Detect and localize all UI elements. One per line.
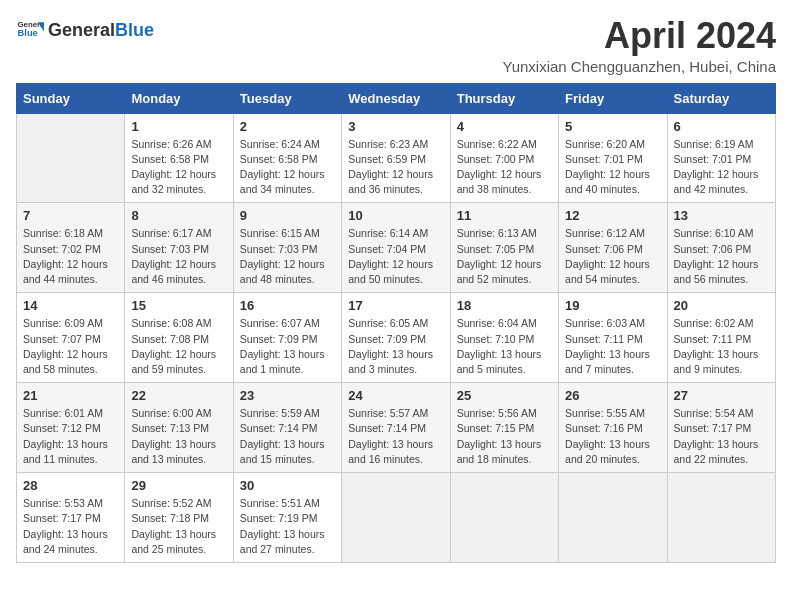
logo-general: General: [48, 20, 115, 41]
day-info: Sunrise: 6:26 AM Sunset: 6:58 PM Dayligh…: [131, 137, 226, 198]
title-area: April 2024 Yunxixian Chengguanzhen, Hube…: [502, 16, 776, 75]
calendar-cell: 29Sunrise: 5:52 AM Sunset: 7:18 PM Dayli…: [125, 473, 233, 563]
calendar-week-row: 14Sunrise: 6:09 AM Sunset: 7:07 PM Dayli…: [17, 293, 776, 383]
calendar-cell: 30Sunrise: 5:51 AM Sunset: 7:19 PM Dayli…: [233, 473, 341, 563]
day-number: 30: [240, 478, 335, 493]
day-number: 14: [23, 298, 118, 313]
day-info: Sunrise: 6:18 AM Sunset: 7:02 PM Dayligh…: [23, 226, 118, 287]
calendar-cell: [667, 473, 775, 563]
calendar-cell: 25Sunrise: 5:56 AM Sunset: 7:15 PM Dayli…: [450, 383, 558, 473]
calendar-cell: [450, 473, 558, 563]
day-info: Sunrise: 6:09 AM Sunset: 7:07 PM Dayligh…: [23, 316, 118, 377]
page-subtitle: Yunxixian Chengguanzhen, Hubei, China: [502, 58, 776, 75]
calendar-cell: 27Sunrise: 5:54 AM Sunset: 7:17 PM Dayli…: [667, 383, 775, 473]
calendar-week-row: 7Sunrise: 6:18 AM Sunset: 7:02 PM Daylig…: [17, 203, 776, 293]
day-number: 24: [348, 388, 443, 403]
calendar-week-row: 21Sunrise: 6:01 AM Sunset: 7:12 PM Dayli…: [17, 383, 776, 473]
day-number: 21: [23, 388, 118, 403]
day-info: Sunrise: 6:01 AM Sunset: 7:12 PM Dayligh…: [23, 406, 118, 467]
calendar-cell: 16Sunrise: 6:07 AM Sunset: 7:09 PM Dayli…: [233, 293, 341, 383]
day-info: Sunrise: 6:20 AM Sunset: 7:01 PM Dayligh…: [565, 137, 660, 198]
day-number: 13: [674, 208, 769, 223]
day-info: Sunrise: 5:55 AM Sunset: 7:16 PM Dayligh…: [565, 406, 660, 467]
day-number: 15: [131, 298, 226, 313]
logo-icon: General Blue: [16, 16, 44, 44]
day-info: Sunrise: 5:57 AM Sunset: 7:14 PM Dayligh…: [348, 406, 443, 467]
day-number: 28: [23, 478, 118, 493]
calendar-cell: 17Sunrise: 6:05 AM Sunset: 7:09 PM Dayli…: [342, 293, 450, 383]
calendar-cell: 15Sunrise: 6:08 AM Sunset: 7:08 PM Dayli…: [125, 293, 233, 383]
day-number: 11: [457, 208, 552, 223]
calendar-cell: 6Sunrise: 6:19 AM Sunset: 7:01 PM Daylig…: [667, 113, 775, 203]
column-header-friday: Friday: [559, 83, 667, 113]
calendar-cell: 10Sunrise: 6:14 AM Sunset: 7:04 PM Dayli…: [342, 203, 450, 293]
logo-blue: Blue: [115, 20, 154, 41]
day-info: Sunrise: 5:52 AM Sunset: 7:18 PM Dayligh…: [131, 496, 226, 557]
day-info: Sunrise: 5:51 AM Sunset: 7:19 PM Dayligh…: [240, 496, 335, 557]
day-info: Sunrise: 6:13 AM Sunset: 7:05 PM Dayligh…: [457, 226, 552, 287]
day-number: 29: [131, 478, 226, 493]
day-number: 7: [23, 208, 118, 223]
day-info: Sunrise: 6:14 AM Sunset: 7:04 PM Dayligh…: [348, 226, 443, 287]
day-info: Sunrise: 6:19 AM Sunset: 7:01 PM Dayligh…: [674, 137, 769, 198]
calendar-cell: 23Sunrise: 5:59 AM Sunset: 7:14 PM Dayli…: [233, 383, 341, 473]
day-number: 5: [565, 119, 660, 134]
calendar-cell: 1Sunrise: 6:26 AM Sunset: 6:58 PM Daylig…: [125, 113, 233, 203]
calendar-cell: 26Sunrise: 5:55 AM Sunset: 7:16 PM Dayli…: [559, 383, 667, 473]
day-info: Sunrise: 6:23 AM Sunset: 6:59 PM Dayligh…: [348, 137, 443, 198]
calendar-cell: 24Sunrise: 5:57 AM Sunset: 7:14 PM Dayli…: [342, 383, 450, 473]
day-number: 20: [674, 298, 769, 313]
calendar-cell: 28Sunrise: 5:53 AM Sunset: 7:17 PM Dayli…: [17, 473, 125, 563]
calendar-cell: 22Sunrise: 6:00 AM Sunset: 7:13 PM Dayli…: [125, 383, 233, 473]
calendar-cell: 19Sunrise: 6:03 AM Sunset: 7:11 PM Dayli…: [559, 293, 667, 383]
calendar-cell: 13Sunrise: 6:10 AM Sunset: 7:06 PM Dayli…: [667, 203, 775, 293]
column-header-sunday: Sunday: [17, 83, 125, 113]
column-header-wednesday: Wednesday: [342, 83, 450, 113]
day-number: 6: [674, 119, 769, 134]
svg-text:Blue: Blue: [18, 28, 38, 38]
day-info: Sunrise: 6:00 AM Sunset: 7:13 PM Dayligh…: [131, 406, 226, 467]
calendar-cell: 8Sunrise: 6:17 AM Sunset: 7:03 PM Daylig…: [125, 203, 233, 293]
calendar-cell: 12Sunrise: 6:12 AM Sunset: 7:06 PM Dayli…: [559, 203, 667, 293]
day-number: 9: [240, 208, 335, 223]
day-info: Sunrise: 5:53 AM Sunset: 7:17 PM Dayligh…: [23, 496, 118, 557]
day-number: 8: [131, 208, 226, 223]
day-info: Sunrise: 5:56 AM Sunset: 7:15 PM Dayligh…: [457, 406, 552, 467]
column-header-thursday: Thursday: [450, 83, 558, 113]
calendar-cell: 4Sunrise: 6:22 AM Sunset: 7:00 PM Daylig…: [450, 113, 558, 203]
day-number: 26: [565, 388, 660, 403]
calendar-header-row: SundayMondayTuesdayWednesdayThursdayFrid…: [17, 83, 776, 113]
calendar-cell: 3Sunrise: 6:23 AM Sunset: 6:59 PM Daylig…: [342, 113, 450, 203]
day-number: 10: [348, 208, 443, 223]
logo: General Blue General Blue: [16, 16, 154, 44]
calendar-cell: [342, 473, 450, 563]
day-info: Sunrise: 6:24 AM Sunset: 6:58 PM Dayligh…: [240, 137, 335, 198]
day-info: Sunrise: 6:02 AM Sunset: 7:11 PM Dayligh…: [674, 316, 769, 377]
calendar-cell: 20Sunrise: 6:02 AM Sunset: 7:11 PM Dayli…: [667, 293, 775, 383]
day-info: Sunrise: 6:22 AM Sunset: 7:00 PM Dayligh…: [457, 137, 552, 198]
calendar-cell: [17, 113, 125, 203]
day-number: 19: [565, 298, 660, 313]
day-number: 2: [240, 119, 335, 134]
day-info: Sunrise: 6:15 AM Sunset: 7:03 PM Dayligh…: [240, 226, 335, 287]
page-title: April 2024: [502, 16, 776, 56]
day-info: Sunrise: 6:05 AM Sunset: 7:09 PM Dayligh…: [348, 316, 443, 377]
day-number: 27: [674, 388, 769, 403]
column-header-tuesday: Tuesday: [233, 83, 341, 113]
day-info: Sunrise: 6:12 AM Sunset: 7:06 PM Dayligh…: [565, 226, 660, 287]
day-number: 16: [240, 298, 335, 313]
calendar-cell: 14Sunrise: 6:09 AM Sunset: 7:07 PM Dayli…: [17, 293, 125, 383]
day-number: 12: [565, 208, 660, 223]
calendar-cell: [559, 473, 667, 563]
column-header-saturday: Saturday: [667, 83, 775, 113]
calendar-week-row: 28Sunrise: 5:53 AM Sunset: 7:17 PM Dayli…: [17, 473, 776, 563]
calendar-week-row: 1Sunrise: 6:26 AM Sunset: 6:58 PM Daylig…: [17, 113, 776, 203]
column-header-monday: Monday: [125, 83, 233, 113]
page-header: General Blue General Blue April 2024 Yun…: [16, 16, 776, 75]
day-info: Sunrise: 6:07 AM Sunset: 7:09 PM Dayligh…: [240, 316, 335, 377]
day-number: 4: [457, 119, 552, 134]
day-info: Sunrise: 5:59 AM Sunset: 7:14 PM Dayligh…: [240, 406, 335, 467]
day-number: 18: [457, 298, 552, 313]
calendar-table: SundayMondayTuesdayWednesdayThursdayFrid…: [16, 83, 776, 563]
day-info: Sunrise: 6:04 AM Sunset: 7:10 PM Dayligh…: [457, 316, 552, 377]
